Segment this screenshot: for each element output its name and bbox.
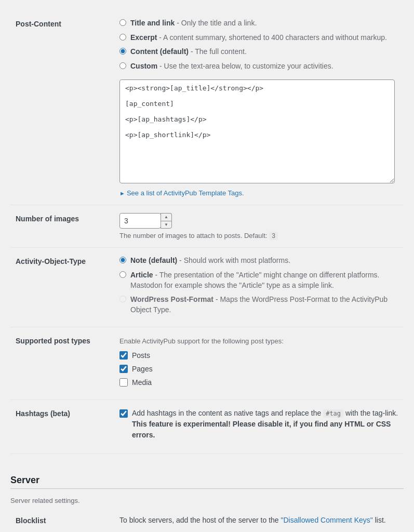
blocklist-row: Blocklist To block servers, add the host… — [10, 507, 404, 532]
number-of-images-content: 3 ▲ ▼ The number of images to attach to … — [114, 205, 404, 248]
number-spinner: ▲ ▼ — [161, 213, 172, 229]
blocklist-description: To block servers, add the host of the se… — [119, 515, 398, 526]
checkbox-option-pages: Pages — [119, 365, 398, 373]
radio-custom[interactable] — [119, 62, 126, 69]
radio-option-article: Article - The presentation of the "Artic… — [119, 270, 398, 290]
server-section-title: Server — [10, 464, 404, 489]
hashtags-content: Add hashtags in the content as native ta… — [114, 400, 404, 454]
checkbox-posts[interactable] — [119, 351, 128, 360]
radio-wp-format-label: WordPress Post-Format - Maps the WordPre… — [130, 295, 398, 315]
radio-option-note: Note (default) - Should work with most p… — [119, 256, 398, 266]
radio-article-label: Article - The presentation of the "Artic… — [130, 270, 398, 290]
checkbox-pages[interactable] — [119, 365, 128, 373]
activity-object-type-row: Activity-Object-Type Note (default) - Sh… — [10, 248, 404, 327]
radio-custom-label: Custom - Use the text-area below, to cus… — [130, 61, 333, 72]
settings-table: Post-Content Title and link - Only the t… — [10, 10, 404, 454]
hashtags-checkbox-wrap: Add hashtags in the content as native ta… — [119, 408, 398, 441]
radio-option-content: Content (default) - The full content. — [119, 47, 398, 57]
radio-option-custom: Custom - Use the text-area below, to cus… — [119, 61, 398, 72]
activity-object-type-label: Activity-Object-Type — [16, 257, 86, 265]
default-value-badge: 3 — [269, 232, 278, 240]
radio-excerpt[interactable] — [119, 34, 126, 41]
checkbox-hashtags[interactable] — [119, 409, 128, 418]
radio-note[interactable] — [119, 257, 126, 263]
number-input-wrap: 3 ▲ ▼ — [119, 213, 398, 229]
radio-wp-format — [119, 296, 126, 302]
spinner-up-button[interactable]: ▲ — [161, 213, 172, 221]
checkbox-option-posts: Posts — [119, 351, 398, 360]
supported-post-types-row: Supported post types Enable ActivityPub … — [10, 327, 404, 400]
checkbox-media-label: Media — [132, 378, 152, 387]
checkbox-media[interactable] — [119, 378, 128, 387]
radio-article[interactable] — [119, 271, 126, 278]
post-content-options: Title and link - Only the title and a li… — [114, 10, 404, 205]
radio-note-label: Note (default) - Should work with most p… — [130, 256, 290, 266]
number-of-images-input[interactable]: 3 — [119, 213, 161, 229]
radio-option-wp-format: WordPress Post-Format - Maps the WordPre… — [119, 295, 398, 315]
checkbox-pages-label: Pages — [132, 365, 153, 373]
post-content-row: Post-Content Title and link - Only the t… — [10, 10, 404, 205]
server-section-description: Server related settings. — [10, 491, 404, 507]
hashtags-description-label: Add hashtags in the content as native ta… — [132, 408, 398, 441]
supported-post-types-content: Enable ActivityPub support for the follo… — [114, 327, 404, 400]
template-tags-link[interactable]: See a list of ActivityPub Template Tags. — [119, 189, 244, 197]
server-section: Server Server related settings. — [10, 464, 404, 507]
radio-title-link[interactable] — [119, 19, 126, 26]
custom-content-textarea[interactable]: <p><strong>[ap_title]</strong></p> [ap_c… — [119, 79, 395, 183]
number-of-images-description: The number of images to attach to posts.… — [119, 232, 398, 240]
radio-title-link-label: Title and link - Only the title and a li… — [130, 18, 257, 29]
hashtag-tag-badge: #tag — [323, 409, 343, 418]
hashtags-row: Hashtags (beta) Add hashtags in the cont… — [10, 400, 404, 454]
number-of-images-label: Number of images — [16, 215, 79, 223]
hashtags-label: Hashtags (beta) — [16, 409, 70, 418]
post-content-label: Post-Content — [16, 20, 61, 28]
checkbox-option-media: Media — [119, 378, 398, 387]
activity-object-type-options: Note (default) - Should work with most p… — [114, 248, 404, 327]
server-settings-table: Blocklist To block servers, add the host… — [10, 507, 404, 532]
spinner-down-button[interactable]: ▼ — [161, 221, 172, 229]
disallowed-comment-keys-link[interactable]: "Disallowed Comment Keys" — [281, 516, 373, 524]
radio-option-excerpt: Excerpt - A content summary, shortened t… — [119, 33, 398, 43]
checkbox-posts-label: Posts — [132, 351, 150, 360]
radio-excerpt-label: Excerpt - A content summary, shortened t… — [130, 33, 387, 43]
number-of-images-row: Number of images 3 ▲ ▼ The number of ima… — [10, 205, 404, 248]
radio-content[interactable] — [119, 48, 126, 55]
blocklist-label: Blocklist — [16, 516, 46, 525]
supported-post-types-description: Enable ActivityPub support for the follo… — [119, 337, 398, 345]
blocklist-content: To block servers, add the host of the se… — [114, 507, 404, 532]
supported-post-types-label: Supported post types — [16, 337, 90, 345]
radio-content-label: Content (default) - The full content. — [130, 47, 247, 57]
radio-option-title-link: Title and link - Only the title and a li… — [119, 18, 398, 29]
